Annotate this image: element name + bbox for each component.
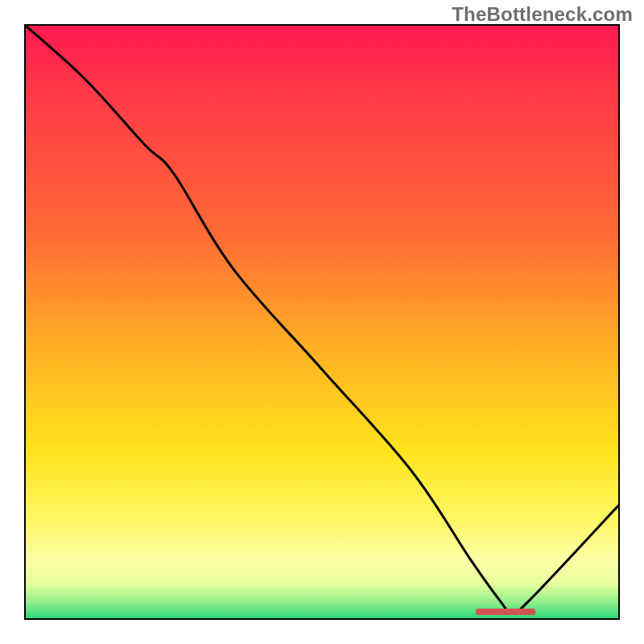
minimum-marker bbox=[476, 609, 535, 615]
curve-svg bbox=[26, 26, 618, 618]
watermark-text: TheBottleneck.com bbox=[452, 3, 633, 26]
curve-path bbox=[26, 26, 618, 613]
chart-page: TheBottleneck.com bbox=[0, 0, 644, 644]
plot-frame bbox=[24, 24, 620, 620]
